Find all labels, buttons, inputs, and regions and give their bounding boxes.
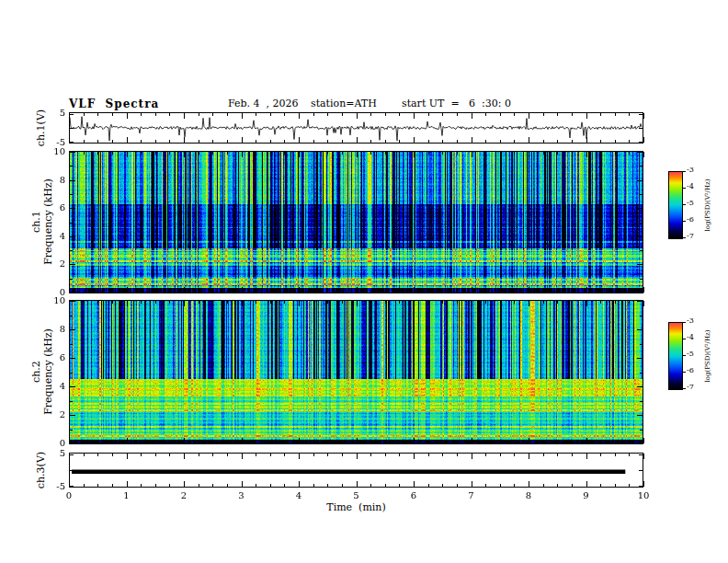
x-minor-tick: [370, 290, 371, 293]
x-minor-tick: [112, 140, 113, 143]
y-minor-tick: [640, 373, 643, 373]
y-major-tick: [637, 415, 643, 416]
x-minor-tick: [500, 484, 501, 487]
colorbar-tick: [683, 339, 686, 339]
x-minor-tick: [227, 454, 228, 456]
x-minor-tick: [327, 454, 328, 456]
x-minor-tick: [557, 290, 558, 293]
time-tick-label: 2: [175, 490, 193, 500]
x-minor-tick: [557, 484, 558, 487]
x-major-tick: [586, 438, 587, 443]
x-minor-tick: [84, 140, 85, 143]
x-minor-tick: [97, 454, 98, 456]
x-major-tick: [357, 287, 358, 293]
x-minor-tick: [169, 152, 170, 155]
freq-tick-label: 10: [43, 295, 65, 305]
date-label: Feb. 4 , 2026: [228, 98, 299, 109]
x-minor-tick: [399, 454, 400, 456]
y-tick: [70, 114, 74, 115]
y-minor-tick: [70, 401, 73, 402]
x-minor-tick: [155, 290, 156, 293]
y-major-tick: [70, 415, 75, 416]
colorbar-tick-label: -3: [687, 167, 694, 175]
x-minor-tick: [227, 140, 228, 143]
colorbar-tick-label: -4: [687, 334, 694, 342]
x-minor-tick: [342, 140, 343, 143]
x-minor-tick: [342, 301, 343, 304]
x-minor-tick: [313, 484, 314, 487]
x-major-tick: [472, 438, 472, 443]
x-minor-tick: [270, 454, 271, 456]
y-tick: [70, 454, 74, 455]
x-major-tick: [127, 113, 128, 119]
colorbar-tick: [683, 204, 686, 205]
freq-tick-label: 6: [43, 352, 65, 362]
x-minor-tick: [256, 484, 256, 487]
x-minor-tick: [97, 113, 98, 116]
x-major-tick: [184, 137, 185, 143]
x-minor-tick: [227, 484, 228, 487]
x-minor-tick: [543, 301, 544, 304]
x-minor-tick: [155, 441, 156, 443]
x-minor-tick: [500, 152, 501, 155]
x-minor-tick: [212, 140, 213, 143]
x-minor-tick: [543, 113, 544, 116]
x-minor-tick: [112, 113, 113, 116]
x-minor-tick: [600, 454, 601, 456]
x-major-tick: [357, 438, 358, 443]
x-minor-tick: [270, 113, 271, 116]
y-minor-tick: [640, 344, 643, 345]
x-minor-tick: [629, 301, 630, 304]
x-major-tick: [586, 287, 587, 293]
y-tick: [639, 470, 643, 471]
ch2-channel-text: ch.2: [30, 328, 42, 415]
x-major-tick: [299, 152, 300, 157]
x-major-tick: [529, 113, 529, 119]
x-major-tick: [127, 137, 128, 143]
x-major-tick: [242, 152, 243, 157]
x-minor-tick: [600, 140, 601, 143]
x-minor-tick: [485, 454, 486, 456]
x-minor-tick: [500, 140, 501, 143]
x-major-tick: [242, 137, 243, 143]
x-minor-tick: [97, 290, 98, 293]
volt-tick-label: 5: [43, 448, 65, 458]
x-minor-tick: [342, 113, 343, 116]
x-major-tick: [357, 152, 358, 157]
time-tick-label: 10: [634, 490, 653, 500]
x-minor-tick: [399, 140, 400, 143]
x-minor-tick: [442, 140, 443, 143]
x-minor-tick: [199, 290, 199, 293]
x-minor-tick: [600, 290, 601, 293]
x-minor-tick: [141, 301, 142, 304]
x-minor-tick: [442, 484, 443, 487]
x-minor-tick: [270, 441, 271, 443]
x-minor-tick: [557, 441, 558, 443]
x-minor-tick: [385, 140, 386, 143]
x-minor-tick: [155, 152, 156, 155]
y-major-tick: [637, 180, 643, 181]
y-major-tick: [70, 264, 75, 265]
freq-tick-label: 6: [43, 202, 65, 213]
x-minor-tick: [97, 152, 98, 155]
x-minor-tick: [155, 484, 156, 487]
x-major-tick: [643, 113, 644, 119]
x-minor-tick: [327, 441, 328, 443]
time-tick-label: 6: [404, 490, 423, 500]
x-major-tick: [472, 152, 472, 157]
x-major-tick: [472, 481, 472, 487]
y-tick: [639, 114, 643, 115]
x-minor-tick: [500, 113, 501, 116]
colorbar-tick-label: -3: [687, 317, 694, 326]
x-minor-tick: [84, 484, 85, 487]
x-minor-tick: [270, 484, 271, 487]
x-minor-tick: [514, 484, 515, 487]
y-major-tick: [637, 358, 643, 359]
x-minor-tick: [212, 484, 213, 487]
x-minor-tick: [284, 441, 285, 443]
x-minor-tick: [313, 140, 314, 143]
time-tick-label: 8: [519, 490, 538, 500]
y-major-tick: [70, 358, 75, 359]
x-minor-tick: [485, 140, 486, 143]
x-minor-tick: [112, 441, 113, 443]
